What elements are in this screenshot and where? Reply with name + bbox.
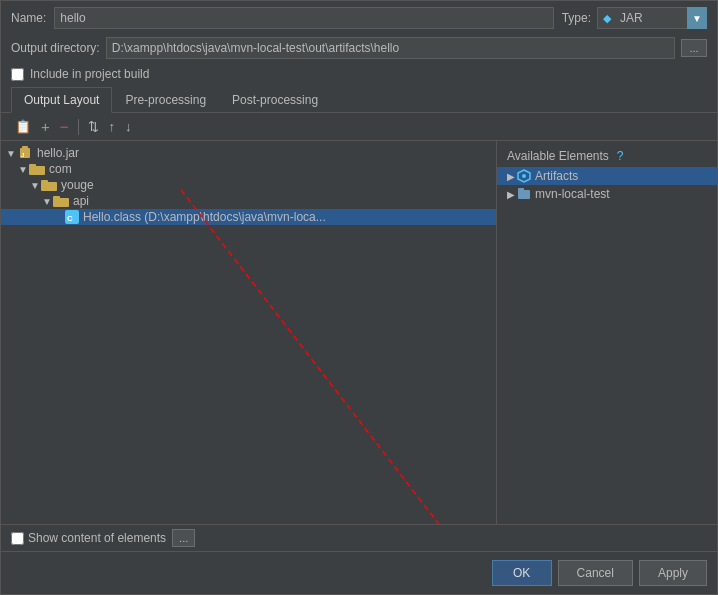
tree-item-youge-label: youge <box>61 178 94 192</box>
svg-text:J: J <box>21 152 24 158</box>
button-row: OK Cancel Apply <box>1 551 717 594</box>
right-tree-item-artifacts-label: Artifacts <box>535 169 578 183</box>
options-button[interactable]: ... <box>172 529 195 547</box>
expand-arrow-api[interactable] <box>41 196 53 207</box>
tree-item-hello-class[interactable]: C Hello.class (D:\xampp\htdocs\java\mvn-… <box>1 209 496 225</box>
tabs-row: Output Layout Pre-processing Post-proces… <box>1 87 717 113</box>
cancel-button[interactable]: Cancel <box>558 560 633 586</box>
type-section: Type: ◆ JAR ▼ <box>562 7 707 29</box>
svg-rect-16 <box>518 188 524 191</box>
type-label: Type: <box>562 11 591 25</box>
expand-arrow-artifacts[interactable] <box>505 171 517 182</box>
sort-button[interactable]: ⇅ <box>84 118 103 135</box>
expand-arrow-hello-jar[interactable] <box>5 148 17 159</box>
right-tree-panel: Available Elements ? Artifacts <box>497 141 717 524</box>
tab-post-processing[interactable]: Post-processing <box>219 87 331 112</box>
include-project-build-row: Include in project build <box>1 65 717 87</box>
type-select-wrapper: ◆ JAR ▼ <box>597 7 707 29</box>
main-content: J hello.jar com <box>1 140 717 524</box>
tree-item-api[interactable]: api <box>1 193 496 209</box>
available-elements-label: Available Elements <box>507 149 609 163</box>
name-label: Name: <box>11 11 46 25</box>
output-dir-label: Output directory: <box>11 41 100 55</box>
module-icon <box>517 187 531 201</box>
artifact-icon <box>517 169 531 183</box>
jar-icon: J <box>17 146 33 160</box>
remove-button[interactable]: − <box>56 117 73 136</box>
right-tree-item-mvn-local-test[interactable]: mvn-local-test <box>497 185 717 203</box>
svg-rect-5 <box>41 182 57 191</box>
apply-button[interactable]: Apply <box>639 560 707 586</box>
left-tree-panel: J hello.jar com <box>1 141 497 524</box>
artifact-dialog: Name: Type: ◆ JAR ▼ Output directory: ..… <box>0 0 718 595</box>
svg-point-14 <box>522 174 526 178</box>
name-input[interactable] <box>54 7 553 29</box>
ok-button[interactable]: OK <box>492 560 552 586</box>
tree-item-youge[interactable]: youge <box>1 177 496 193</box>
show-content-checkbox[interactable] <box>11 532 24 545</box>
right-tree-item-artifacts[interactable]: Artifacts <box>497 167 717 185</box>
main-wrapper: 📋 + − ⇅ ↑ ↓ J hello.jar <box>1 113 717 551</box>
svg-rect-15 <box>518 190 530 199</box>
toolbar-section: 📋 + − ⇅ ↑ ↓ <box>1 113 717 140</box>
svg-rect-1 <box>22 146 28 149</box>
expand-arrow-youge[interactable] <box>29 180 41 191</box>
include-project-build-checkbox[interactable] <box>11 68 24 81</box>
available-elements-header: Available Elements ? <box>497 145 717 167</box>
tree-item-hello-jar[interactable]: J hello.jar <box>1 145 496 161</box>
toolbar-separator <box>78 119 79 135</box>
tab-pre-processing[interactable]: Pre-processing <box>112 87 219 112</box>
add-copy-button[interactable]: 📋 <box>11 118 35 135</box>
folder-youge-icon <box>41 179 57 191</box>
tree-item-hello-jar-label: hello.jar <box>37 146 79 160</box>
show-content-section: Show content of elements <box>11 531 166 545</box>
move-down-button[interactable]: ↓ <box>121 118 136 135</box>
include-project-build-label: Include in project build <box>30 67 149 81</box>
jar-diamond-icon: ◆ <box>603 12 611 25</box>
folder-api-icon <box>53 195 69 207</box>
type-select[interactable]: JAR <box>597 7 707 29</box>
bottom-bar: Show content of elements ... <box>1 524 717 551</box>
move-up-button[interactable]: ↑ <box>105 118 120 135</box>
output-dir-input[interactable] <box>106 37 675 59</box>
svg-text:C: C <box>67 214 73 223</box>
right-tree-item-mvn-local-test-label: mvn-local-test <box>535 187 610 201</box>
class-icon: C <box>65 210 79 224</box>
tab-output-layout[interactable]: Output Layout <box>11 87 112 113</box>
help-icon[interactable]: ? <box>617 149 624 163</box>
expand-arrow-com[interactable] <box>17 164 29 175</box>
svg-line-11 <box>181 190 461 524</box>
svg-rect-6 <box>41 180 48 183</box>
browse-button[interactable]: ... <box>681 39 707 57</box>
name-type-row: Name: Type: ◆ JAR ▼ <box>1 1 717 35</box>
svg-rect-4 <box>29 164 36 167</box>
expand-arrow-mvn-local-test[interactable] <box>505 189 517 200</box>
tree-item-com-label: com <box>49 162 72 176</box>
output-dir-row: Output directory: ... <box>1 35 717 65</box>
svg-rect-8 <box>53 196 60 199</box>
add-button[interactable]: + <box>37 117 54 136</box>
svg-rect-7 <box>53 198 69 207</box>
tree-item-api-label: api <box>73 194 89 208</box>
svg-rect-3 <box>29 166 45 175</box>
folder-com-icon <box>29 163 45 175</box>
tree-item-hello-class-label: Hello.class (D:\xampp\htdocs\java\mvn-lo… <box>83 210 326 224</box>
tree-item-com[interactable]: com <box>1 161 496 177</box>
show-content-label: Show content of elements <box>28 531 166 545</box>
